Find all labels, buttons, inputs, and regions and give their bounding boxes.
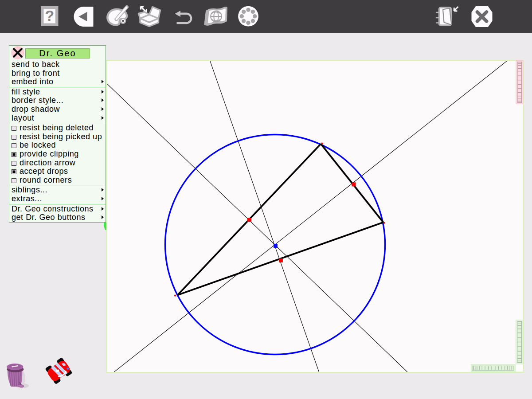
- svg-text:?: ?: [45, 7, 54, 24]
